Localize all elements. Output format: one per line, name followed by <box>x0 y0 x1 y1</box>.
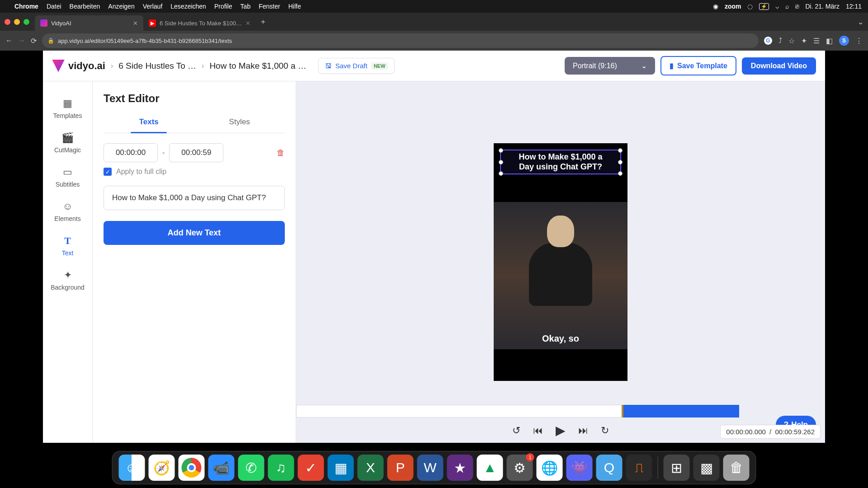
menubar-app-name[interactable]: Chrome <box>14 3 38 10</box>
delete-text-button[interactable]: 🗑 <box>277 148 285 158</box>
control-center-icon[interactable]: ⎚ <box>795 3 799 10</box>
play-button[interactable]: ▶ <box>556 423 566 438</box>
rewind-5-button[interactable]: ↺ <box>512 425 520 436</box>
timeline-selection[interactable] <box>622 405 739 418</box>
menu-datei[interactable]: Datei <box>47 3 61 10</box>
sidepanel-icon[interactable]: ◧ <box>826 37 833 45</box>
save-template-button[interactable]: ▮ Save Template <box>660 56 736 75</box>
save-draft-button[interactable]: 🖫 Save Draft NEW <box>318 58 395 74</box>
extensions-icon[interactable]: ✦ <box>801 37 807 45</box>
menu-tab[interactable]: Tab <box>241 3 251 10</box>
text-overlay-selected[interactable]: How to Make $1,000 a Day using Chat GPT? <box>500 150 621 174</box>
dock-trello-icon[interactable]: ▦ <box>328 455 354 481</box>
dock-zoom-icon[interactable]: 📹 <box>208 455 235 481</box>
sidebar-item-templates[interactable]: ▦ Templates <box>43 91 92 126</box>
breadcrumb-clip[interactable]: How to Make $1,000 a … <box>209 61 306 71</box>
resize-handle-tl[interactable] <box>499 148 503 153</box>
dock-launchpad-icon[interactable]: ▩ <box>693 455 720 481</box>
time-end-input[interactable]: 00:00:59 <box>169 143 223 162</box>
dock-audio-icon[interactable]: ⎍ <box>626 455 652 481</box>
preview-canvas[interactable]: and fun to readed 2014 in Warriors-Sunst… <box>296 81 825 443</box>
tab-close-icon[interactable]: ✕ <box>133 20 138 27</box>
vidyo-logo[interactable]: vidyo.ai <box>52 60 105 72</box>
nav-back-button[interactable]: ← <box>5 37 13 45</box>
dock-imovie-icon[interactable]: ★ <box>447 455 473 481</box>
menu-bearbeiten[interactable]: Bearbeiten <box>70 3 100 10</box>
menu-verlauf[interactable]: Verlauf <box>143 3 163 10</box>
tab-close-icon[interactable]: ✕ <box>245 20 250 27</box>
record-icon[interactable]: ◉ <box>713 3 718 10</box>
resize-handle-tr[interactable] <box>618 148 623 153</box>
new-tab-button[interactable]: ＋ <box>259 17 267 27</box>
download-video-button[interactable]: Download Video <box>742 57 816 75</box>
search-icon[interactable]: ⌕ <box>785 3 789 10</box>
aspect-ratio-dropdown[interactable]: Portrait (9:16) ⌄ <box>565 57 655 75</box>
dock-calculator-icon[interactable]: ⊞ <box>664 455 690 481</box>
dock-spotify-icon[interactable]: ♫ <box>268 455 294 481</box>
dock-chrome-icon[interactable] <box>179 455 205 481</box>
dock-trash-icon[interactable]: 🗑 <box>723 455 750 481</box>
dock-powerpoint-icon[interactable]: P <box>387 455 414 481</box>
sidebar-item-cutmagic[interactable]: 🎬 CutMagic <box>43 126 92 160</box>
menubar-time[interactable]: 12:11 <box>846 3 862 10</box>
battery-icon[interactable]: ⚡ <box>759 3 769 10</box>
window-close-icon[interactable] <box>5 19 10 25</box>
menu-lesezeichen[interactable]: Lesezeichen <box>170 3 206 10</box>
browser-tab-youtube[interactable]: ▶ 6 Side Hustles To Make $100… ✕ <box>143 15 256 31</box>
tab-texts[interactable]: Texts <box>104 113 194 133</box>
dock-discord-icon[interactable]: 👾 <box>566 455 593 481</box>
wifi-icon[interactable]: ⌵ <box>775 3 779 10</box>
nav-reload-button[interactable]: ⟳ <box>31 37 37 45</box>
menu-anzeigen[interactable]: Anzeigen <box>108 3 134 10</box>
address-bar[interactable]: 🔒 app.vidyo.ai/editor/05149ee5-a7fb-4b35… <box>42 33 759 48</box>
window-minimize-icon[interactable] <box>14 19 20 25</box>
resize-handle-br[interactable] <box>618 171 623 176</box>
skip-forward-button[interactable]: ⏭ <box>578 425 588 436</box>
dock-todoist-icon[interactable]: ✓ <box>298 455 324 481</box>
breadcrumb-project[interactable]: 6 Side Hustles To … <box>118 61 196 71</box>
menu-hilfe[interactable]: Hilfe <box>288 3 301 10</box>
skip-back-button[interactable]: ⏮ <box>533 425 543 436</box>
resize-handle-bl[interactable] <box>499 171 503 176</box>
dock-globe-icon[interactable]: 🌐 <box>537 455 563 481</box>
apply-full-clip-checkbox[interactable]: ✓ <box>104 168 112 176</box>
vidyo-favicon-icon <box>40 19 47 27</box>
resize-handle-l[interactable] <box>499 160 503 164</box>
share-icon[interactable]: ⤴ <box>778 37 782 45</box>
dock-word-icon[interactable]: W <box>417 455 443 481</box>
sidebar-item-elements[interactable]: ☺ Elements <box>43 194 92 229</box>
zoom-menubar-label[interactable]: zoom <box>725 3 741 10</box>
tab-styles[interactable]: Styles <box>194 113 285 133</box>
profile-avatar[interactable]: S <box>839 36 849 46</box>
resize-handle-r[interactable] <box>618 160 623 164</box>
bookmark-icon[interactable]: ☆ <box>788 37 795 45</box>
chrome-menu-icon[interactable]: ⋮ <box>855 37 863 45</box>
dock-whatsapp-icon[interactable]: ✆ <box>238 455 264 481</box>
menu-fenster[interactable]: Fenster <box>259 3 280 10</box>
dock-quicktime-icon[interactable]: Q <box>596 455 623 481</box>
sidebar-item-subtitles[interactable]: ▭ Subtitles <box>43 160 92 194</box>
dock-excel-icon[interactable]: X <box>358 455 384 481</box>
nav-forward-button[interactable]: → <box>18 37 25 45</box>
dock-drive-icon[interactable]: ▲ <box>477 455 503 481</box>
browser-tab-vidyoai[interactable]: VidyoAI ✕ <box>35 15 143 31</box>
menubar-date[interactable]: Di. 21. März <box>805 3 839 10</box>
google-lens-icon[interactable]: G <box>764 37 772 45</box>
forward-5-button[interactable]: ↻ <box>601 425 609 436</box>
dock-finder-icon[interactable]: ☺ <box>119 455 145 481</box>
video-preview[interactable]: and fun to readed 2014 in Warriors-Sunst… <box>494 143 627 381</box>
add-new-text-button[interactable]: Add New Text <box>104 221 285 245</box>
sidebar-item-background[interactable]: ✦ Background <box>43 263 92 297</box>
dock-safari-icon[interactable]: 🧭 <box>149 455 175 481</box>
reading-list-icon[interactable]: ☰ <box>813 37 820 45</box>
loading-icon[interactable]: ◌ <box>747 3 753 10</box>
dock-settings-icon[interactable]: ⚙1 <box>507 455 533 481</box>
sidebar-item-text[interactable]: T Text <box>43 229 92 263</box>
time-start-input[interactable]: 00:00:00 <box>104 143 158 162</box>
menu-profile[interactable]: Profile <box>214 3 232 10</box>
tabs-overflow-icon[interactable]: ⌄ <box>858 18 863 26</box>
text-content-input[interactable]: How to Make $1,000 a Day using Chat GPT? <box>104 186 285 210</box>
window-maximize-icon[interactable] <box>24 19 29 25</box>
templates-icon: ▦ <box>63 98 72 109</box>
save-draft-label: Save Draft <box>335 62 368 70</box>
